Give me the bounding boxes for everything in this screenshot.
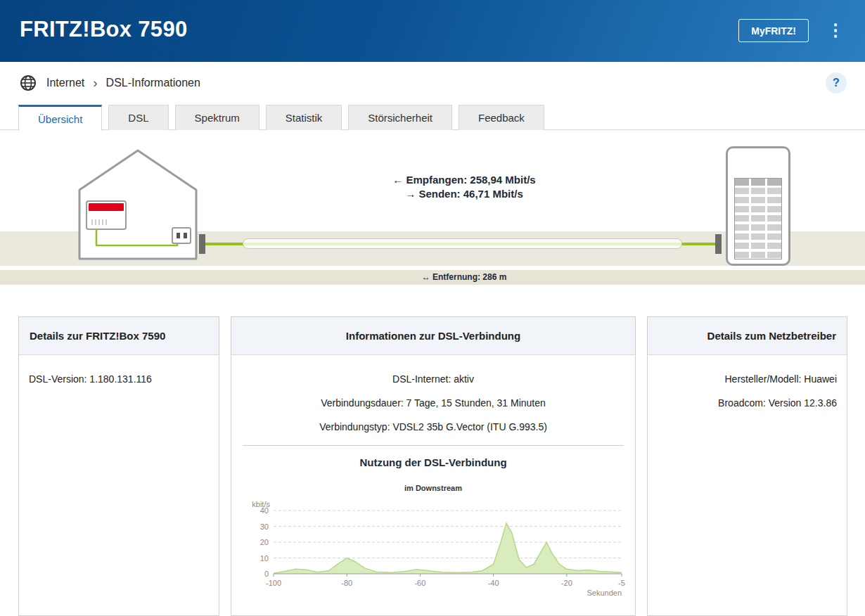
svg-text:Sekunden: Sekunden [587,589,622,597]
card-fritzbox-details: Details zur FRITZ!Box 7590 DSL-Version: … [18,316,219,616]
cable-connector-right [715,234,722,254]
dslam-cabinet-illustration [726,146,790,266]
svg-text:-80: -80 [341,579,352,587]
send-rate: → Senden: 46,71 Mbit/s [204,187,724,201]
usage-chart-title: Nutzung der DSL-Verbindung [231,456,635,468]
tab-spektrum[interactable]: Spektrum [175,105,260,130]
svg-text:-60: -60 [414,579,425,587]
distance-label: ↔ Entfernung: 286 m [204,272,724,282]
dsl-connection-diagram: ← Empfangen: 258,94 Mbit/s → Senden: 46,… [0,131,865,285]
myfritz-button[interactable]: MyFRITZ! [738,19,809,42]
fritzbox-red-band [89,203,124,211]
house-illustration [72,146,203,266]
svg-text:kbit/s: kbit/s [252,501,270,508]
dsl-version-value: DSL-Version: 1.180.131.116 [29,373,209,385]
usage-chart-subtitle: im Downstream [231,484,635,492]
operator-version: Broadcom: Version 12.3.86 [658,397,837,409]
operator-vendor: Hersteller/Modell: Huawei [658,373,837,385]
svg-text:-100: -100 [266,579,281,587]
card-network-operator: Details zum Netzbetreiber Hersteller/Mod… [647,316,847,616]
tab-stoersicherheit[interactable]: Störsicherheit [348,105,452,130]
breadcrumb-separator-icon: › [93,75,97,91]
dsl-usage-chart: 010203040kbit/s-100-80-60-40-20-5Sekunde… [236,501,635,603]
tab-feedback[interactable]: Feedback [459,105,544,130]
globe-icon [20,75,37,91]
breadcrumb: Internet › DSL-Informationen [0,62,865,104]
distance-strip: ↔ Entfernung: 286 m [0,270,865,285]
tab-uebersicht[interactable]: Übersicht [18,105,102,131]
help-button[interactable]: ? [826,72,847,94]
tab-statistik[interactable]: Statistik [266,105,342,130]
svg-text:30: 30 [260,522,269,531]
wall-socket [172,228,191,243]
breadcrumb-section[interactable]: Internet [46,77,84,89]
dsl-cable-capsule [243,238,682,249]
card-dsl-connection-info: Informationen zur DSL-Verbindung DSL-Int… [231,316,636,616]
dsl-internet-status: DSL-Internet: aktiv [231,373,635,385]
dslam-rack-grid [734,178,782,259]
tabs-bar: Übersicht DSL Spektrum Statistik Störsic… [18,105,544,131]
svg-text:0: 0 [264,570,269,578]
connection-speed-info: ← Empfangen: 258,94 Mbit/s → Senden: 46,… [204,173,724,201]
tab-dsl[interactable]: DSL [108,105,168,130]
breadcrumb-page: DSL-Informationen [106,77,200,89]
section-divider [243,445,624,446]
svg-text:20: 20 [260,538,269,546]
app-header: FRITZ!Box 7590 MyFRITZ! ⋮ [0,0,865,62]
card-connection-title: Informationen zur DSL-Verbindung [231,317,635,355]
card-operator-title: Details zum Netzbetreiber [648,317,847,355]
svg-text:-40: -40 [488,579,499,587]
svg-text:-5: -5 [618,579,625,587]
svg-text:-20: -20 [561,579,572,587]
kebab-menu-icon[interactable]: ⋮ [827,20,844,41]
connection-duration: Verbindungsdauer: 7 Tage, 15 Stunden, 31… [231,397,635,409]
receive-rate: ← Empfangen: 258,94 Mbit/s [204,173,724,187]
svg-text:10: 10 [260,554,269,563]
app-title: FRITZ!Box 7590 [20,17,187,42]
connection-type: Verbindungstyp: VDSL2 35b G.Vector (ITU … [231,421,635,432]
card-fritzbox-title: Details zur FRITZ!Box 7590 [19,317,219,355]
